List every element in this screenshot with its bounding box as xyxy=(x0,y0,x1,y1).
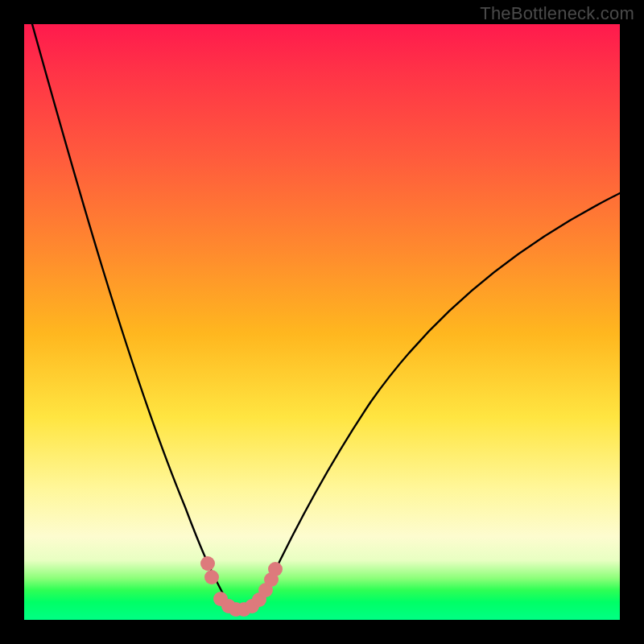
watermark-text: TheBottleneck.com xyxy=(480,3,634,24)
outer-frame: TheBottleneck.com xyxy=(0,0,644,644)
gradient-plot-area xyxy=(24,24,620,620)
